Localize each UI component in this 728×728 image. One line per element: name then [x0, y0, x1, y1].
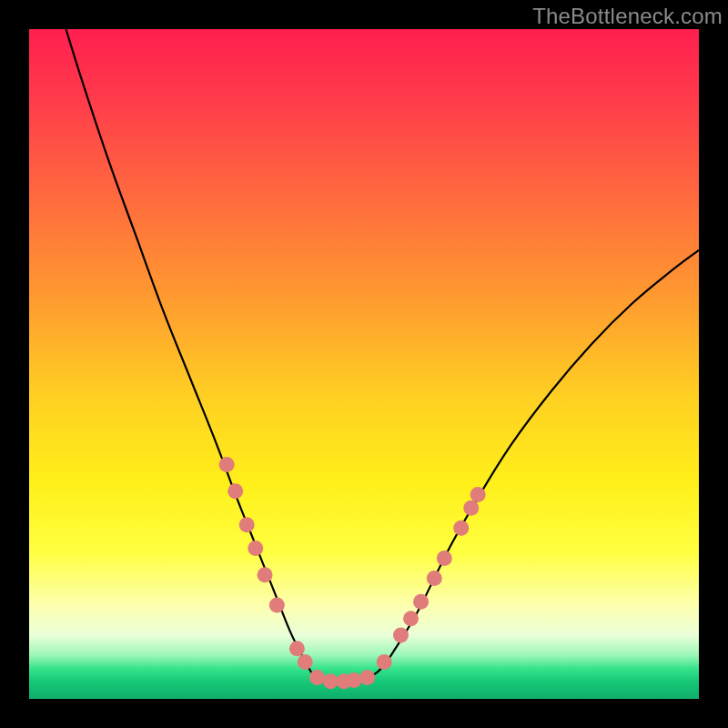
sample-dot: [346, 672, 361, 688]
curve-sample-dots: [219, 457, 486, 689]
sample-dot: [298, 654, 313, 670]
chart-frame: [29, 29, 699, 699]
sample-dot: [463, 500, 479, 516]
sample-dot: [437, 551, 452, 566]
curve-layer: [29, 29, 699, 699]
watermark-text: TheBottleneck.com: [532, 4, 723, 29]
sample-dot: [393, 628, 409, 643]
sample-dot: [359, 670, 375, 685]
sample-dot: [258, 567, 273, 582]
sample-dot: [413, 594, 429, 610]
bottleneck-curve: [66, 29, 699, 682]
sample-dot: [323, 673, 339, 689]
sample-dot: [239, 517, 255, 532]
sample-dot: [228, 483, 243, 499]
sample-dot: [377, 654, 392, 670]
sample-dot: [309, 670, 325, 685]
sample-dot: [219, 457, 235, 472]
sample-dot: [453, 521, 469, 536]
sample-dot: [403, 611, 419, 626]
plot-area: [29, 29, 699, 699]
sample-dot: [289, 641, 305, 656]
sample-dot: [470, 487, 486, 502]
sample-dot: [427, 571, 442, 586]
sample-dot: [248, 541, 263, 556]
sample-dot: [269, 597, 285, 612]
